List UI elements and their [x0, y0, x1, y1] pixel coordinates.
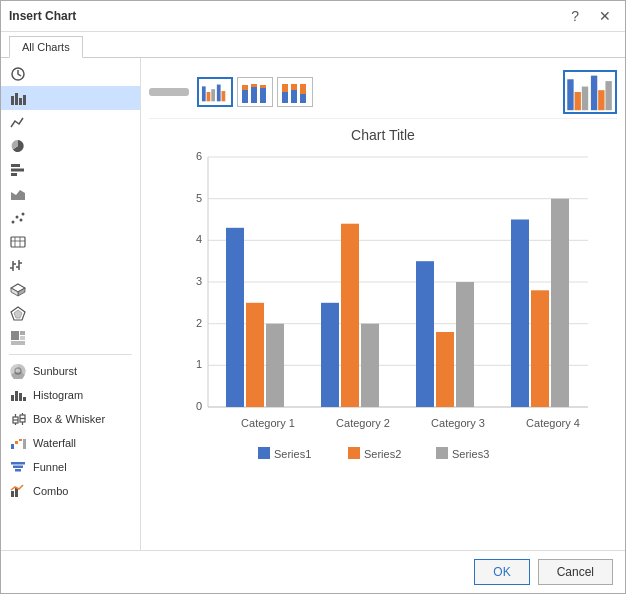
- svg-rect-46: [11, 462, 25, 465]
- sidebar-item-stock[interactable]: [1, 254, 140, 278]
- svg-rect-2: [15, 93, 18, 105]
- help-button[interactable]: ?: [565, 7, 585, 25]
- title-bar: Insert Chart ? ✕: [1, 1, 625, 32]
- svg-text:Category 3: Category 3: [431, 417, 485, 429]
- sidebar-item-sunburst[interactable]: Sunburst: [1, 359, 140, 383]
- bottom-bar: OK Cancel: [1, 550, 625, 593]
- svg-rect-47: [13, 466, 23, 469]
- svg-text:1: 1: [196, 358, 202, 370]
- svg-rect-108: [348, 447, 360, 459]
- close-button[interactable]: ✕: [593, 7, 617, 25]
- svg-rect-13: [11, 237, 25, 247]
- scrollbar-indicator: [149, 88, 189, 96]
- sidebar-item-column[interactable]: [1, 86, 140, 110]
- svg-rect-68: [567, 79, 573, 110]
- sidebar-item-pie[interactable]: [1, 134, 140, 158]
- chart-type-row: [149, 66, 617, 119]
- svg-rect-42: [11, 444, 14, 449]
- svg-rect-59: [251, 84, 257, 87]
- svg-rect-67: [300, 84, 306, 94]
- svg-rect-63: [282, 84, 288, 92]
- chart-type-clustered[interactable]: [197, 77, 233, 107]
- chart-type-100pct[interactable]: [277, 77, 313, 107]
- sidebar-item-recent[interactable]: [1, 62, 140, 86]
- sidebar-item-radar[interactable]: [1, 302, 140, 326]
- svg-rect-94: [321, 303, 339, 407]
- svg-rect-69: [575, 92, 581, 110]
- svg-rect-43: [15, 441, 18, 444]
- svg-rect-48: [15, 469, 21, 472]
- sidebar-funnel-label: Funnel: [33, 461, 67, 473]
- svg-rect-30: [11, 395, 14, 401]
- sidebar-item-treemap[interactable]: [1, 326, 140, 350]
- chart-type-stacked[interactable]: [237, 77, 273, 107]
- svg-rect-70: [582, 87, 588, 111]
- chart-svg: 0 1 2 3 4 5 6: [158, 147, 608, 467]
- sidebar-item-line[interactable]: [1, 110, 140, 134]
- ok-button[interactable]: OK: [474, 559, 529, 585]
- svg-rect-96: [361, 324, 379, 407]
- sidebar-item-funnel[interactable]: Funnel: [1, 455, 140, 479]
- sidebar-item-combo[interactable]: Combo: [1, 479, 140, 503]
- svg-rect-106: [258, 447, 270, 459]
- svg-marker-8: [11, 190, 25, 200]
- svg-rect-72: [598, 90, 604, 110]
- svg-text:5: 5: [196, 192, 202, 204]
- svg-rect-1: [11, 96, 14, 105]
- histogram-icon: [9, 386, 27, 404]
- cancel-button[interactable]: Cancel: [538, 559, 613, 585]
- svg-rect-65: [291, 84, 297, 90]
- svg-rect-4: [23, 95, 26, 105]
- svg-text:Series2: Series2: [364, 448, 401, 460]
- svg-rect-7: [11, 173, 17, 176]
- map-chart-icon: [9, 233, 27, 251]
- svg-rect-6: [11, 169, 24, 172]
- svg-rect-26: [20, 331, 25, 335]
- svg-rect-95: [341, 224, 359, 407]
- svg-rect-99: [436, 332, 454, 407]
- svg-rect-98: [416, 261, 434, 407]
- sidebar-item-waterfall[interactable]: Waterfall: [1, 431, 140, 455]
- sidebar-combo-label: Combo: [33, 485, 68, 497]
- sunburst-icon: [9, 362, 27, 380]
- insert-chart-dialog: Insert Chart ? ✕ All Charts: [0, 0, 626, 594]
- sidebar-waterfall-label: Waterfall: [33, 437, 76, 449]
- svg-point-11: [20, 219, 23, 222]
- svg-text:0: 0: [196, 400, 202, 412]
- svg-text:6: 6: [196, 150, 202, 162]
- sidebar-item-map[interactable]: [1, 230, 140, 254]
- sidebar-histogram-label: Histogram: [33, 389, 83, 401]
- svg-rect-5: [11, 164, 20, 167]
- sidebar-item-histogram[interactable]: Histogram: [1, 383, 140, 407]
- svg-rect-49: [11, 491, 14, 497]
- sidebar-boxwhisker-label: Box & Whisker: [33, 413, 105, 425]
- svg-rect-61: [260, 85, 266, 88]
- area-chart-icon: [9, 185, 27, 203]
- svg-rect-55: [222, 91, 226, 101]
- svg-rect-73: [605, 81, 611, 110]
- svg-rect-27: [20, 336, 25, 340]
- dialog-title: Insert Chart: [9, 9, 76, 23]
- svg-rect-32: [19, 393, 22, 401]
- tab-all-charts[interactable]: All Charts: [9, 36, 83, 58]
- sidebar-item-bar[interactable]: [1, 158, 140, 182]
- radar-chart-icon: [9, 305, 27, 323]
- svg-rect-33: [23, 397, 26, 401]
- svg-text:3: 3: [196, 275, 202, 287]
- sidebar-divider: [9, 354, 132, 355]
- svg-rect-104: [551, 199, 569, 407]
- svg-rect-53: [211, 89, 215, 101]
- sidebar: Sunburst Histogram: [1, 58, 141, 550]
- sidebar-item-boxwhisker[interactable]: Box & Whisker: [1, 407, 140, 431]
- svg-rect-110: [436, 447, 448, 459]
- sidebar-item-scatter[interactable]: [1, 206, 140, 230]
- svg-marker-22: [11, 288, 18, 296]
- sidebar-item-surface[interactable]: [1, 278, 140, 302]
- svg-rect-103: [531, 290, 549, 407]
- svg-rect-28: [11, 341, 25, 345]
- dialog-content: Sunburst Histogram: [1, 58, 625, 550]
- svg-rect-90: [226, 228, 244, 407]
- svg-rect-71: [591, 76, 597, 111]
- title-bar-controls: ? ✕: [565, 7, 617, 25]
- sidebar-item-area[interactable]: [1, 182, 140, 206]
